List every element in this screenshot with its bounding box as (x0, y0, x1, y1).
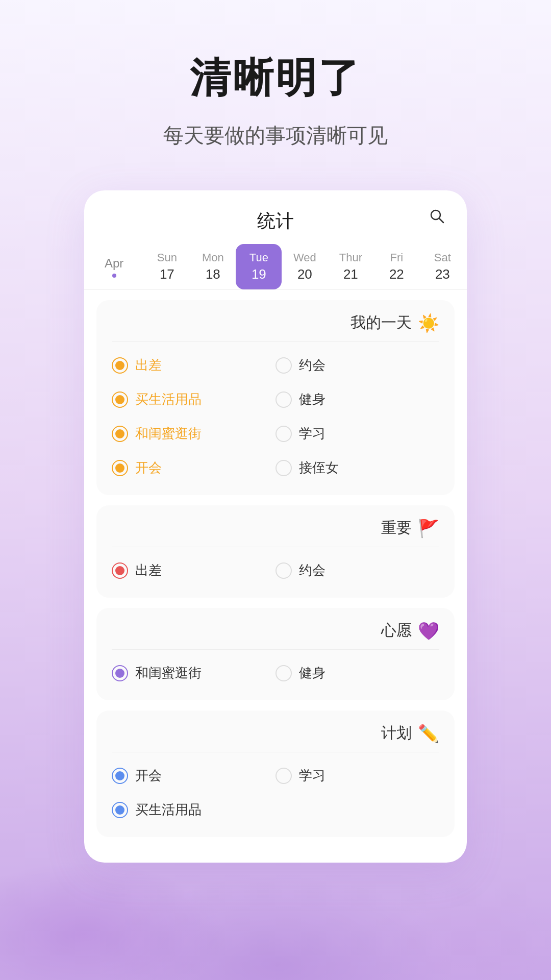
task-radio-checked[interactable] (112, 357, 128, 374)
task-item: 买生活用品 (112, 384, 276, 414)
section-wish-items: 和闺蜜逛街 健身 (112, 658, 439, 688)
calendar-day-sat[interactable]: Sat 23 (419, 244, 465, 289)
task-radio-checked[interactable] (112, 460, 128, 476)
task-label: 和闺蜜逛街 (135, 664, 202, 682)
flag-icon: 🚩 (418, 520, 439, 537)
task-item: 接侄女 (276, 453, 439, 483)
section-important-header: 重要 🚩 (112, 518, 439, 547)
task-radio-unchecked[interactable] (276, 460, 292, 476)
task-radio-checked[interactable] (112, 802, 128, 818)
task-item: 健身 (276, 658, 439, 688)
calendar-days: Sun 17 Mon 18 Tue 19 Wed 20 Thur 21 (144, 244, 465, 289)
month-dot (112, 274, 116, 278)
section-my-day-header: 我的一天 ☀️ (112, 312, 439, 342)
task-label: 约会 (299, 356, 325, 374)
task-radio-unchecked[interactable] (276, 391, 292, 408)
calendar-day-tue[interactable]: Tue 19 (236, 244, 282, 289)
task-radio-unchecked[interactable] (276, 768, 292, 784)
task-radio-checked[interactable] (112, 426, 128, 442)
task-label: 开会 (135, 459, 162, 477)
task-label: 健身 (299, 390, 325, 408)
task-item: 出差 (112, 350, 276, 380)
task-radio-checked[interactable] (112, 768, 128, 784)
calendar-day-fri[interactable]: Fri 22 (373, 244, 419, 289)
task-item: 健身 (276, 384, 439, 414)
task-item: 开会 (112, 761, 276, 791)
task-item: 和闺蜜逛街 (112, 658, 276, 688)
section-plan-items: 开会 学习 买生活用品 (112, 761, 439, 825)
task-radio-unchecked[interactable] (276, 562, 292, 579)
task-label: 学习 (299, 425, 325, 443)
page-title: 统计 (257, 209, 294, 234)
section-wish-header: 心愿 💜 (112, 620, 439, 650)
task-label: 接侄女 (299, 459, 339, 477)
section-plan-title: 计划 (381, 723, 412, 744)
svg-line-1 (439, 218, 443, 223)
task-item: 出差 (112, 555, 276, 585)
task-item: 买生活用品 (112, 795, 276, 825)
section-important-title: 重要 (381, 518, 412, 538)
section-wish: 心愿 💜 和闺蜜逛街 健身 (96, 608, 455, 700)
calendar-day-wed[interactable]: Wed 20 (282, 244, 328, 289)
search-icon (428, 207, 446, 226)
section-wish-title: 心愿 (381, 620, 412, 641)
calendar-month: Apr (94, 248, 134, 286)
section-plan-header: 计划 ✏️ (112, 723, 439, 752)
section-my-day: 我的一天 ☀️ 出差 约会 买生活用品 健身 (96, 300, 455, 495)
task-label: 出差 (135, 561, 162, 579)
section-my-day-title: 我的一天 (350, 312, 412, 333)
hero-title: 清晰明了 (190, 51, 361, 106)
task-label: 开会 (135, 767, 162, 785)
calendar-row: Apr Sun 17 Mon 18 Tue 19 Wed (84, 244, 467, 290)
section-important-items: 出差 约会 (112, 555, 439, 585)
calendar-day-sun[interactable]: Sun 17 (144, 244, 190, 289)
task-radio-checked[interactable] (112, 391, 128, 408)
month-label: Apr (105, 256, 123, 271)
task-item: 约会 (276, 350, 439, 380)
card-header: 统计 (84, 190, 467, 244)
task-radio-unchecked[interactable] (276, 665, 292, 681)
task-item: 和闺蜜逛街 (112, 419, 276, 449)
hero-subtitle: 每天要做的事项清晰可见 (163, 121, 388, 150)
calendar-day-mon[interactable]: Mon 18 (190, 244, 236, 289)
task-radio-checked[interactable] (112, 562, 128, 579)
task-label: 买生活用品 (135, 390, 202, 408)
section-plan: 计划 ✏️ 开会 学习 买生活用品 (96, 710, 455, 837)
task-radio-checked[interactable] (112, 665, 128, 681)
task-label: 和闺蜜逛街 (135, 425, 202, 443)
task-label: 买生活用品 (135, 801, 202, 819)
heart-icon: 💜 (418, 622, 439, 640)
task-label: 学习 (299, 767, 325, 785)
search-button[interactable] (428, 207, 446, 228)
pen-icon: ✏️ (418, 725, 439, 742)
task-label: 约会 (299, 561, 325, 579)
task-item: 学习 (276, 419, 439, 449)
task-label: 出差 (135, 356, 162, 374)
task-item: 学习 (276, 761, 439, 791)
sun-icon: ☀️ (418, 314, 439, 332)
task-radio-unchecked[interactable] (276, 357, 292, 374)
task-label: 健身 (299, 664, 325, 682)
task-item: 开会 (112, 453, 276, 483)
task-radio-unchecked[interactable] (276, 426, 292, 442)
calendar-day-thur[interactable]: Thur 21 (328, 244, 373, 289)
section-my-day-items: 出差 约会 买生活用品 健身 和闺蜜逛街 (112, 350, 439, 483)
task-item: 约会 (276, 555, 439, 585)
app-card: 统计 Apr Sun 17 Mon (84, 190, 467, 863)
section-important: 重要 🚩 出差 约会 (96, 505, 455, 598)
